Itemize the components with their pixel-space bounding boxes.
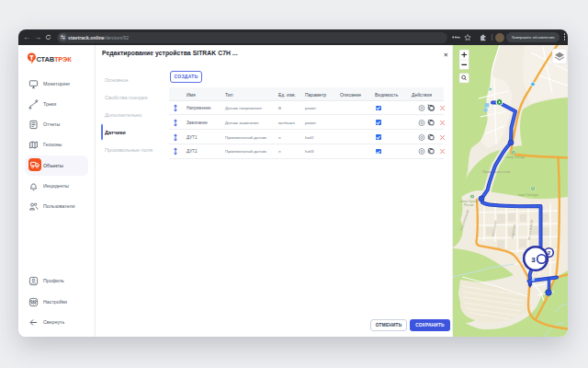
svg-text:России: России [464,203,474,207]
svg-text:3: 3 [531,256,536,264]
svg-text:сквер Победы: сквер Победы [506,155,526,159]
svg-text:парк Победы: парк Победы [518,193,538,197]
svg-text:Промышленный: Промышленный [482,169,510,174]
